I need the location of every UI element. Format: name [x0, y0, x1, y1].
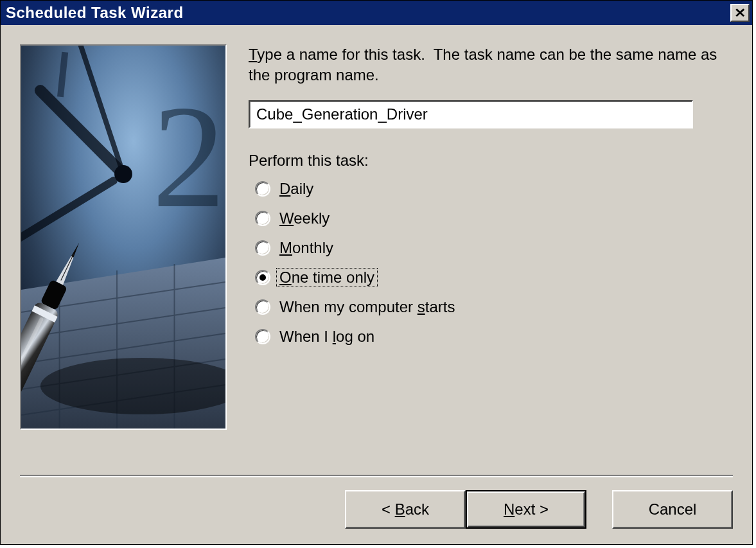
radio-option-when-computer-starts[interactable]: When my computer starts — [255, 298, 733, 316]
radio-label: Daily — [279, 180, 313, 198]
back-button-label: < Back — [382, 500, 429, 518]
wizard-body: 2 — [1, 25, 752, 544]
back-button[interactable]: < Back — [345, 490, 466, 529]
wizard-sidebar-image: 2 — [20, 44, 227, 430]
radio-option-daily[interactable]: Daily — [255, 180, 733, 198]
close-button[interactable]: ✕ — [730, 4, 750, 22]
task-name-field[interactable] — [255, 105, 687, 124]
instruction-text: Type a name for this task. The task name… — [249, 44, 733, 86]
task-name-input[interactable] — [249, 100, 693, 128]
radio-button-icon[interactable] — [255, 299, 270, 315]
radio-button-icon[interactable] — [255, 181, 270, 197]
radio-label: When I log on — [279, 328, 374, 346]
radio-label: Weekly — [279, 209, 330, 227]
clock-pen-icon: 2 — [21, 46, 225, 429]
radio-label: When my computer starts — [279, 298, 455, 316]
cancel-button-label: Cancel — [649, 500, 697, 518]
window-title: Scheduled Task Wizard — [6, 4, 730, 22]
perform-this-task-label: Perform this task: — [249, 152, 733, 170]
separator — [20, 475, 733, 477]
radio-label: One time only — [276, 268, 378, 287]
svg-point-3 — [114, 165, 132, 183]
radio-label: Monthly — [279, 239, 333, 257]
svg-text:2: 2 — [152, 75, 225, 238]
radio-option-when-log-on[interactable]: When I log on — [255, 328, 733, 346]
cancel-button[interactable]: Cancel — [612, 490, 733, 529]
radio-option-weekly[interactable]: Weekly — [255, 209, 733, 227]
radio-button-icon[interactable] — [255, 329, 270, 344]
close-icon: ✕ — [734, 6, 746, 19]
radio-button-icon[interactable] — [255, 240, 270, 256]
scheduled-task-wizard-window: Scheduled Task Wizard ✕ — [0, 0, 753, 545]
next-button-label: Next > — [504, 500, 549, 518]
next-button[interactable]: Next > — [466, 490, 586, 529]
schedule-radio-group: DailyWeeklyMonthlyOne time onlyWhen my c… — [249, 180, 733, 346]
radio-option-one-time-only[interactable]: One time only — [255, 269, 733, 287]
radio-button-icon[interactable] — [255, 270, 270, 285]
radio-option-monthly[interactable]: Monthly — [255, 239, 733, 257]
radio-button-icon[interactable] — [255, 211, 270, 226]
title-bar: Scheduled Task Wizard ✕ — [1, 1, 752, 25]
